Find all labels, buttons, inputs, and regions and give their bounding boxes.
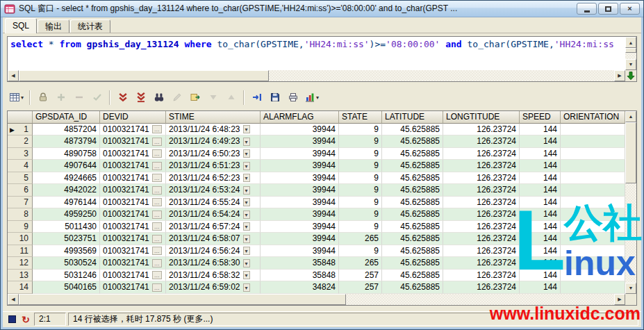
dropdown-button[interactable]: ▾ bbox=[243, 186, 250, 195]
scroll-down-icon[interactable]: ▼ bbox=[625, 283, 636, 294]
table-row[interactable]: 449076440100321741…2013/11/24 6:51:23▾39… bbox=[8, 160, 625, 172]
row-number[interactable]: 5 bbox=[8, 172, 33, 185]
cell-gpsdata_id[interactable]: 5023751 bbox=[33, 233, 100, 245]
stop-icon[interactable] bbox=[6, 313, 18, 326]
column-header-orientation[interactable]: ORIENTATION bbox=[561, 111, 625, 124]
cell-devid[interactable]: 0100321741… bbox=[100, 184, 166, 197]
cell-stime[interactable]: 2013/11/24 6:49:23▾ bbox=[166, 135, 261, 148]
row-number[interactable]: 12 bbox=[8, 257, 33, 270]
cell-state[interactable]: 265 bbox=[339, 233, 382, 245]
lock-record-button[interactable] bbox=[34, 89, 51, 106]
ellipsis-button[interactable]: … bbox=[152, 271, 162, 279]
cell-longtitude[interactable]: 126.23724 bbox=[443, 245, 520, 258]
column-header-alarmflag[interactable]: ALARMFLAG bbox=[261, 111, 339, 124]
minimize-button[interactable] bbox=[577, 3, 597, 15]
ellipsis-button[interactable]: … bbox=[152, 125, 162, 133]
cell-state[interactable]: 9 bbox=[339, 148, 382, 160]
cell-alarmflag[interactable]: 39944 bbox=[261, 172, 339, 185]
ellipsis-button[interactable]: … bbox=[152, 198, 162, 206]
cell-alarmflag[interactable]: 39944 bbox=[261, 221, 339, 233]
cell-speed[interactable]: 144 bbox=[520, 257, 561, 270]
cell-speed[interactable]: 144 bbox=[520, 281, 561, 294]
cell-alarmflag[interactable]: 39944 bbox=[261, 135, 339, 148]
ellipsis-button[interactable]: … bbox=[152, 222, 162, 231]
row-number[interactable]: 4 bbox=[8, 160, 33, 172]
print-button[interactable] bbox=[284, 89, 302, 106]
cell-state[interactable]: 9 bbox=[339, 135, 382, 148]
cell-latitude[interactable]: 45.625885 bbox=[382, 221, 443, 233]
dropdown-button[interactable]: ▾ bbox=[243, 174, 250, 182]
scrollbar-thumb[interactable] bbox=[19, 70, 269, 81]
cell-latitude[interactable]: 45.625885 bbox=[382, 124, 443, 136]
export-data-button[interactable] bbox=[186, 89, 204, 106]
table-row[interactable]: ▶148572040100321741…2013/11/24 6:48:23▾3… bbox=[8, 124, 625, 136]
table-row[interactable]: 348907580100321741…2013/11/24 6:50:23▾39… bbox=[8, 148, 625, 160]
scrollbar-track[interactable] bbox=[19, 70, 614, 81]
cell-latitude[interactable]: 45.625885 bbox=[382, 270, 443, 282]
scrollbar-track[interactable] bbox=[625, 48, 636, 59]
sql-vertical-scrollbar[interactable]: ▲ ▼ bbox=[625, 37, 636, 70]
cell-orientation[interactable] bbox=[561, 135, 625, 148]
cell-gpsdata_id[interactable]: 5030524 bbox=[33, 257, 100, 270]
ellipsis-button[interactable]: … bbox=[152, 138, 162, 146]
cell-orientation[interactable] bbox=[561, 184, 625, 197]
cell-speed[interactable]: 144 bbox=[520, 221, 561, 233]
cell-orientation[interactable] bbox=[561, 233, 625, 245]
scrollbar-track[interactable] bbox=[19, 294, 614, 305]
cell-alarmflag[interactable]: 39944 bbox=[261, 148, 339, 160]
cell-state[interactable]: 257 bbox=[339, 281, 382, 294]
cell-alarmflag[interactable]: 35848 bbox=[261, 270, 339, 282]
cell-state[interactable]: 9 bbox=[339, 208, 382, 221]
cell-devid[interactable]: 0100321741… bbox=[100, 197, 166, 209]
green-down-arrow-icon[interactable] bbox=[626, 71, 636, 81]
cell-alarmflag[interactable]: 39944 bbox=[261, 208, 339, 221]
cell-orientation[interactable] bbox=[561, 172, 625, 185]
table-row[interactable]: 1250305240100321741…2013/11/24 6:58:30▾3… bbox=[8, 257, 625, 270]
cell-stime[interactable]: 2013/11/24 6:53:24▾ bbox=[166, 184, 261, 197]
cell-devid[interactable]: 0100321741… bbox=[100, 208, 166, 221]
ellipsis-button[interactable]: … bbox=[152, 259, 162, 267]
cell-speed[interactable]: 144 bbox=[520, 148, 561, 160]
row-number[interactable]: 7 bbox=[8, 197, 33, 209]
scroll-right-icon[interactable]: ▶ bbox=[614, 70, 625, 81]
row-number[interactable]: 9 bbox=[8, 221, 33, 233]
tab-statistics[interactable]: 统计表 bbox=[70, 19, 110, 33]
ellipsis-button[interactable]: … bbox=[152, 186, 162, 195]
row-number[interactable]: 8 bbox=[8, 208, 33, 221]
scroll-right-icon[interactable]: ▶ bbox=[614, 294, 625, 305]
cell-devid[interactable]: 0100321741… bbox=[100, 270, 166, 282]
grid-mode-button[interactable]: ▾ bbox=[7, 89, 26, 106]
row-number[interactable]: 6 bbox=[8, 184, 33, 197]
cell-devid[interactable]: 0100321741… bbox=[100, 281, 166, 294]
dropdown-button[interactable]: ▾ bbox=[243, 149, 250, 158]
column-header-longtitude[interactable]: LONGTITUDE bbox=[443, 111, 520, 124]
cell-state[interactable]: 9 bbox=[339, 197, 382, 209]
cell-gpsdata_id[interactable]: 4924665 bbox=[33, 172, 100, 185]
cell-longtitude[interactable]: 126.23724 bbox=[443, 221, 520, 233]
cell-alarmflag[interactable]: 39944 bbox=[261, 233, 339, 245]
cell-speed[interactable]: 144 bbox=[520, 124, 561, 136]
cell-latitude[interactable]: 45.625885 bbox=[382, 257, 443, 270]
cell-state[interactable]: 9 bbox=[339, 124, 382, 136]
cell-alarmflag[interactable]: 39944 bbox=[261, 245, 339, 258]
cell-orientation[interactable] bbox=[561, 160, 625, 172]
cell-state[interactable]: 257 bbox=[339, 270, 382, 282]
column-header-gpsdata_id[interactable]: GPSDATA_ID bbox=[33, 111, 100, 124]
cell-gpsdata_id[interactable]: 5040165 bbox=[33, 281, 100, 294]
cell-gpsdata_id[interactable]: 5031246 bbox=[33, 270, 100, 282]
cell-longtitude[interactable]: 126.23724 bbox=[443, 135, 520, 148]
dropdown-button[interactable]: ▾ bbox=[243, 211, 250, 219]
title-bar[interactable]: SQL 窗口 - select * from gpshis_day_131124… bbox=[1, 1, 643, 17]
cell-state[interactable]: 9 bbox=[339, 184, 382, 197]
cell-stime[interactable]: 2013/11/24 6:51:23▾ bbox=[166, 160, 261, 172]
cell-devid[interactable]: 0100321741… bbox=[100, 172, 166, 185]
cell-stime[interactable]: 2013/11/24 6:50:23▾ bbox=[166, 148, 261, 160]
dropdown-button[interactable]: ▾ bbox=[243, 271, 250, 279]
cell-latitude[interactable]: 45.625885 bbox=[382, 281, 443, 294]
scrollbar-thumb[interactable] bbox=[19, 294, 346, 305]
cell-orientation[interactable] bbox=[561, 197, 625, 209]
cell-devid[interactable]: 0100321741… bbox=[100, 221, 166, 233]
cell-alarmflag[interactable]: 39944 bbox=[261, 184, 339, 197]
table-row[interactable]: 649420220100321741…2013/11/24 6:53:24▾39… bbox=[8, 184, 625, 197]
cell-state[interactable]: 9 bbox=[339, 221, 382, 233]
